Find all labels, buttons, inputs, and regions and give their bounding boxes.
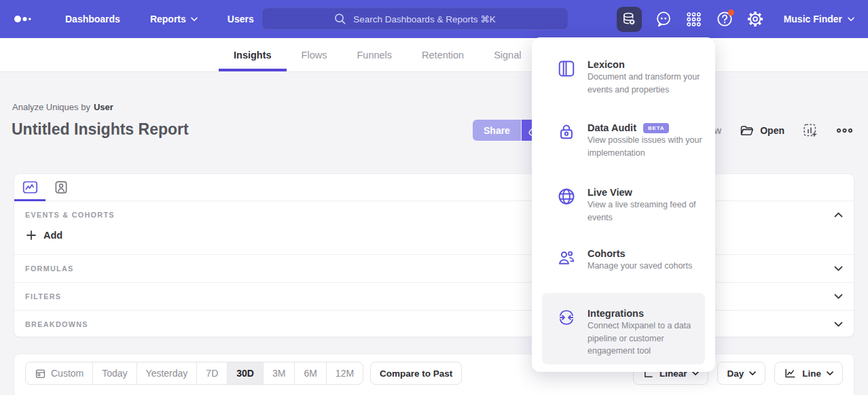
expand-section-button[interactable] [834,294,843,299]
section-events-cohorts: EVENTS & COHORTS Add [14,201,854,254]
chart-controls-card: Custom Today Yesterday 7D 30D 3M 6M 12M … [14,354,854,395]
date-range-label: Yesterday [146,368,188,379]
open-report-button[interactable]: Open [740,124,784,137]
tab-flows-label: Flows [302,50,327,61]
chevron-down-icon [848,17,854,22]
expand-section-button[interactable] [834,322,843,327]
menu-item-title: Live View [587,187,632,198]
menu-item-integrations[interactable]: Integrations Connect Mixpanel to a data … [542,293,705,364]
search-input[interactable]: Search Dashboards & Reports ⌘K [261,7,568,30]
feedback-bubble-icon [655,10,672,28]
plus-icon [26,230,36,240]
menu-item-description: View a live streaming feed of events [587,200,696,222]
menu-item-description: View possible issues with your implement… [587,135,702,158]
date-range-3m[interactable]: 3M [263,362,294,384]
date-range-label: 12M [336,368,354,379]
project-selector[interactable]: Music Finder [784,14,854,24]
nav-reports-label: Reports [150,14,186,24]
menu-item-description: Manage your saved cohorts [587,261,692,271]
share-button[interactable]: Share [473,120,521,141]
add-event-button[interactable]: Add [26,230,62,241]
tab-signal-label: Signal [494,50,521,61]
add-to-dashboard-button[interactable] [803,123,818,138]
date-range-yesterday[interactable]: Yesterday [137,362,197,384]
date-range-segmented-control: Custom Today Yesterday 7D 30D 3M 6M 12M [25,362,363,385]
nav-reports[interactable]: Reports [150,14,198,24]
tab-funnels[interactable]: Funnels [342,38,407,71]
breadcrumb-entity[interactable]: User [94,102,113,112]
date-range-label: 3M [272,368,285,379]
menu-item-live-view[interactable]: Live View View a live streaming feed of … [532,187,715,223]
date-range-label: 30D [236,368,254,379]
section-breakdowns[interactable]: BREAKDOWNS [14,310,854,338]
nav-dashboards-label: Dashboards [65,14,120,24]
activity-chart-icon [22,180,38,194]
menu-item-title: Cohorts [587,248,626,259]
date-range-12m[interactable]: 12M [326,362,363,384]
section-label: EVENTS & COHORTS [25,211,115,219]
expand-section-button[interactable] [834,266,843,271]
active-tab-underline [14,199,46,202]
tab-retention[interactable]: Retention [407,38,479,71]
page-title[interactable]: Untitled Insights Report [12,120,189,139]
section-label: FILTERS [25,292,61,300]
date-range-custom[interactable]: Custom [26,362,92,384]
menu-item-title: Integrations [587,308,644,319]
collapse-section-button[interactable] [834,212,843,218]
project-name: Music Finder [784,14,842,24]
breadcrumb-prefix: Analyze Uniques by [12,102,90,112]
date-range-label: 6M [304,368,317,379]
chevron-down-icon [834,266,843,271]
settings-button[interactable] [741,5,770,33]
nav-dashboards[interactable]: Dashboards [65,14,120,24]
feedback-button[interactable] [649,5,678,33]
query-builder-card: EVENTS & COHORTS Add FORMULAS FILTERS BR… [14,173,854,337]
database-gear-icon [621,12,636,27]
apps-grid-button[interactable] [680,5,708,33]
data-management-button[interactable] [617,7,642,32]
date-range-30d[interactable]: 30D [227,362,263,384]
add-button-label: Add [43,230,62,241]
section-label: FORMULAS [25,264,74,273]
chart-type-select[interactable]: Line [774,362,843,385]
ellipsis-icon [836,127,853,134]
date-range-label: Custom [51,368,84,379]
date-range-today[interactable]: Today [92,362,136,384]
compare-label: Compare to Past [380,368,452,379]
date-range-7d[interactable]: 7D [196,362,227,384]
interval-label: Day [727,368,744,379]
notification-dot [728,10,734,16]
more-options-button[interactable] [836,127,853,134]
tab-signal[interactable]: Signal [479,38,536,71]
menu-item-lexicon[interactable]: Lexicon Document and transform your even… [532,59,715,95]
tab-flows[interactable]: Flows [287,38,342,71]
menu-item-data-audit[interactable]: Data Audit BETA View possible issues wit… [532,122,715,158]
profiles-view-tab[interactable] [46,174,77,201]
date-range-6m[interactable]: 6M [294,362,325,384]
chevron-down-icon [827,371,833,376]
data-management-dropdown: Lexicon Document and transform your even… [532,37,715,372]
report-actions: New Open [702,120,853,141]
breadcrumb: Analyze Uniques byUser [12,102,113,112]
mixpanel-logo-icon[interactable] [14,12,34,27]
chevron-up-icon [834,212,843,218]
share-button-label: Share [484,125,510,136]
report-tabbar: Insights Flows Funnels Retention Signal … [0,38,868,72]
chevron-down-icon [749,371,756,376]
help-button[interactable] [710,5,739,33]
menu-item-description: Document and transform your events and p… [587,72,700,95]
cohorts-people-icon [557,248,576,272]
open-report-label: Open [760,125,784,136]
section-filters[interactable]: FILTERS [14,282,854,310]
compare-to-past-button[interactable]: Compare to Past [370,362,462,385]
globe-icon [557,187,576,223]
interval-select[interactable]: Day [717,362,765,385]
menu-item-cohorts[interactable]: Cohorts Manage your saved cohorts [532,248,715,272]
chevron-down-icon [191,17,198,22]
nav-users[interactable]: Users [228,14,254,24]
events-view-tab[interactable] [14,174,46,201]
section-formulas[interactable]: FORMULAS [14,254,854,282]
menu-item-title: Lexicon [587,59,625,70]
tab-insights[interactable]: Insights [219,38,287,71]
apps-grid-icon [685,11,702,28]
